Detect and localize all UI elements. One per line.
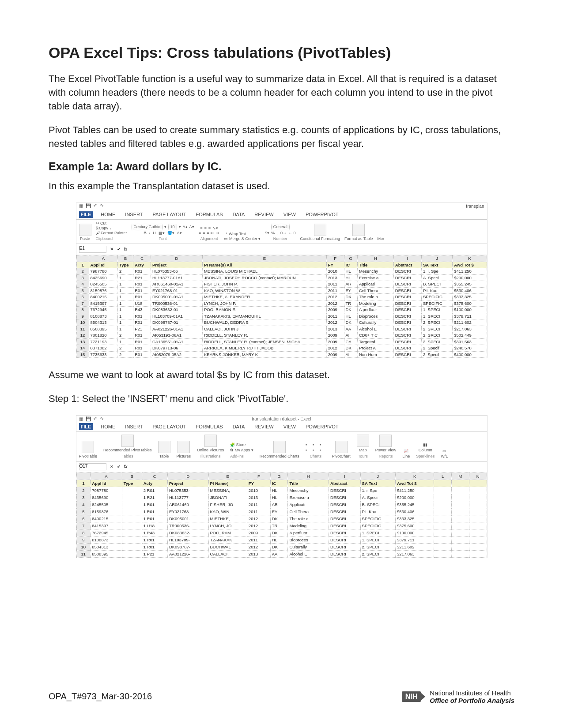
font-color-button[interactable]: A▾: [177, 231, 182, 235]
cell[interactable]: 8504313: [91, 543, 122, 550]
cell[interactable]: DESCRI: [393, 307, 421, 313]
rec-pivottables-icon[interactable]: [121, 435, 134, 447]
format-as-table-icon[interactable]: [352, 224, 365, 236]
tab-data[interactable]: DATA: [231, 211, 247, 218]
cell[interactable]: EY021768-01: [151, 287, 202, 294]
cell[interactable]: 2011: [247, 501, 270, 508]
column-header[interactable]: F: [326, 255, 344, 262]
header-cell[interactable]: Title: [357, 262, 393, 268]
cell[interactable]: 2012: [326, 345, 344, 352]
cell[interactable]: 2009: [326, 338, 344, 345]
cell[interactable]: Bioproces: [357, 313, 393, 319]
cell[interactable]: 8: [76, 529, 91, 536]
cell[interactable]: 8108873: [91, 536, 122, 543]
table-row[interactable]: 784153971U18TR000536-01LYNCH, JOHN P.201…: [76, 300, 487, 307]
cell[interactable]: 12: [76, 332, 89, 339]
cell[interactable]: DESCRI: [393, 326, 421, 332]
pivotchart-icon[interactable]: [335, 441, 348, 453]
header-cell[interactable]: 1: [76, 262, 89, 268]
cell[interactable]: DESCRI: [393, 351, 421, 358]
cell[interactable]: 8400215: [89, 294, 118, 300]
cell[interactable]: AI: [344, 351, 357, 358]
cell[interactable]: 8504313: [89, 319, 118, 326]
cell[interactable]: HL113777-: [167, 494, 208, 501]
copy-button[interactable]: ⎘ Copy ▾: [96, 226, 112, 230]
wrap-text-button[interactable]: ⤶ Wrap Text: [224, 232, 246, 236]
cell[interactable]: 1 R21: [142, 494, 167, 501]
align-center-icon[interactable]: ≡: [203, 231, 205, 235]
cell[interactable]: $411,250: [453, 268, 487, 275]
cell[interactable]: [434, 508, 452, 515]
cell[interactable]: [122, 494, 142, 501]
cell[interactable]: KEARNS-JONKER, MARY K: [202, 351, 326, 358]
cell[interactable]: [451, 543, 469, 550]
cell[interactable]: 6: [76, 294, 89, 300]
cell[interactable]: R43: [133, 307, 151, 313]
cell[interactable]: HL075353-: [167, 487, 208, 494]
cell[interactable]: [122, 522, 142, 529]
tab-view[interactable]: VIEW: [282, 211, 298, 218]
cell[interactable]: MIETHKE,: [208, 515, 247, 522]
cell[interactable]: R01: [133, 319, 151, 326]
cell[interactable]: DK095001-01A1: [151, 294, 202, 300]
conditional-formatting-icon[interactable]: [314, 224, 326, 236]
cell[interactable]: [469, 550, 487, 557]
cell[interactable]: [469, 501, 487, 508]
chart-type-icon[interactable]: ▪: [306, 443, 312, 447]
cell[interactable]: DESCRI: [393, 313, 421, 319]
cell[interactable]: TR: [344, 300, 357, 307]
paste-icon[interactable]: [79, 224, 91, 236]
cell[interactable]: P21: [133, 326, 151, 332]
cell[interactable]: 2013: [247, 550, 270, 557]
cell[interactable]: AR061460-01A1: [151, 281, 202, 288]
column-header[interactable]: A: [91, 473, 122, 480]
cell[interactable]: CD8+ T C: [357, 332, 393, 339]
table-row[interactable]: 581598761 R01EY021768-KAO, WIN2011EYCell…: [76, 508, 487, 515]
cell[interactable]: 8508395: [89, 326, 118, 332]
column-header[interactable]: F: [247, 473, 270, 480]
column-header[interactable]: [76, 255, 89, 262]
table-row[interactable]: 279877802 R01HL075353-MESSINA,2010HLMese…: [76, 487, 487, 494]
cell[interactable]: $333,325: [453, 294, 487, 300]
cell[interactable]: Applicati: [357, 281, 393, 288]
table-row[interactable]: 684002151 R01DK095001-MIETHKE,2012DKThe …: [76, 515, 487, 522]
cell[interactable]: HL: [344, 274, 357, 281]
fx-icon[interactable]: fx: [124, 247, 128, 251]
merge-center-button[interactable]: ▭ Merge & Center ▾: [224, 237, 261, 241]
cell[interactable]: Bioproces: [288, 536, 329, 543]
cell[interactable]: 7731193: [89, 338, 118, 345]
cell[interactable]: $502,449: [453, 332, 487, 339]
cell[interactable]: 1: [118, 338, 133, 345]
cell[interactable]: [469, 522, 487, 529]
cell[interactable]: 2012: [326, 294, 344, 300]
cell[interactable]: 2: [118, 268, 133, 275]
column-header[interactable]: G: [270, 473, 288, 480]
tab-data[interactable]: DATA: [231, 423, 247, 430]
number-format-select[interactable]: General: [271, 224, 290, 230]
align-left-icon[interactable]: ≡: [199, 231, 201, 235]
rec-charts-button[interactable]: Recommended Charts: [260, 454, 299, 458]
cell[interactable]: [451, 515, 469, 522]
cell[interactable]: A. Speci: [421, 274, 452, 281]
cell[interactable]: 1: [118, 307, 133, 313]
cell[interactable]: 8371082: [89, 345, 118, 352]
cell[interactable]: AI: [344, 332, 357, 339]
header-cell[interactable]: IC: [270, 480, 288, 487]
cell[interactable]: 1. SPECI: [360, 536, 395, 543]
format-painter-button[interactable]: 🖌 Format Painter: [96, 231, 127, 235]
cell[interactable]: 7801820: [89, 332, 118, 339]
cell[interactable]: 9: [76, 313, 89, 319]
cell[interactable]: HL075353-06: [151, 268, 202, 275]
cell[interactable]: 2012: [247, 522, 270, 529]
cancel-icon[interactable]: ✕: [110, 464, 113, 469]
table-row[interactable]: 581598761R01EY021768-01KAO, WINSTON W201…: [76, 287, 487, 294]
cell[interactable]: 1 R01: [142, 536, 167, 543]
cell[interactable]: DK: [270, 543, 288, 550]
cell[interactable]: DESCRI: [329, 550, 360, 557]
cell[interactable]: R21: [133, 274, 151, 281]
cell[interactable]: The role o: [357, 294, 393, 300]
pivotchart-button[interactable]: PivotChart: [332, 454, 351, 458]
header-cell[interactable]: Acty: [133, 262, 151, 268]
cell[interactable]: 3: [76, 494, 91, 501]
tab-file[interactable]: FILE: [79, 423, 93, 430]
